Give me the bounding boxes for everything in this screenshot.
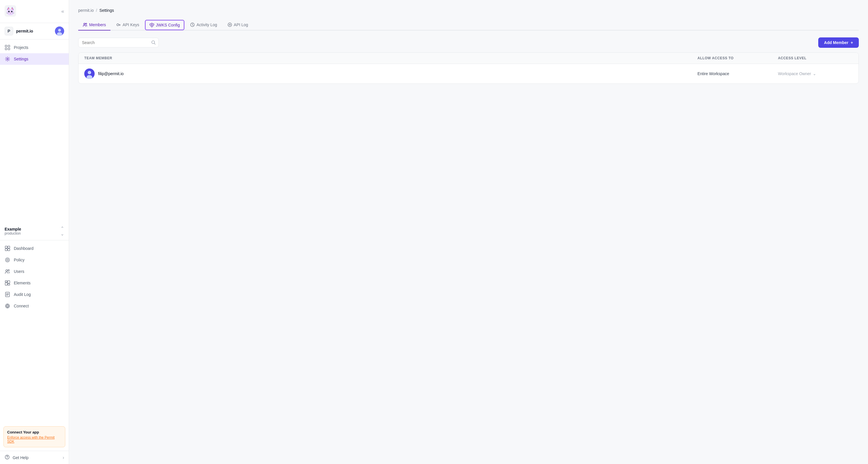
svg-point-43 bbox=[86, 23, 87, 25]
sidebar-header: « bbox=[0, 0, 69, 23]
svg-rect-33 bbox=[8, 281, 10, 283]
add-member-plus-icon: + bbox=[851, 40, 853, 45]
add-member-label: Add Member bbox=[824, 40, 848, 45]
sidebar-item-projects-label: Projects bbox=[14, 45, 29, 50]
svg-point-28 bbox=[7, 259, 8, 261]
user-avatar bbox=[55, 27, 64, 36]
svg-point-17 bbox=[57, 32, 62, 36]
users-icon bbox=[5, 268, 10, 274]
get-help-chevron-icon: › bbox=[63, 455, 64, 460]
svg-rect-23 bbox=[5, 246, 7, 248]
api-icon bbox=[227, 23, 232, 27]
sidebar: « P permit.io Projects bbox=[0, 0, 69, 464]
sidebar-item-dashboard-label: Dashboard bbox=[14, 246, 34, 251]
clock-icon bbox=[190, 23, 195, 27]
sidebar-item-policy-label: Policy bbox=[14, 258, 25, 262]
elements-icon bbox=[5, 280, 10, 286]
svg-rect-18 bbox=[5, 45, 7, 47]
svg-point-42 bbox=[84, 23, 85, 25]
tab-activity-log[interactable]: Activity Log bbox=[186, 20, 222, 30]
connect-card-subtitle[interactable]: Enforce access with the Permit SDK bbox=[7, 435, 62, 443]
svg-point-29 bbox=[6, 270, 7, 271]
tab-members[interactable]: Members bbox=[78, 20, 111, 30]
search-button[interactable] bbox=[151, 40, 156, 45]
jwks-icon bbox=[150, 23, 154, 27]
sidebar-item-elements[interactable]: Elements bbox=[0, 277, 69, 289]
search-wrapper bbox=[78, 38, 159, 48]
svg-rect-25 bbox=[5, 249, 7, 251]
tab-jwks-config-label: JWKS Config bbox=[156, 23, 180, 27]
svg-point-30 bbox=[8, 269, 9, 271]
members-table: TEAM MEMBER ALLOW ACCESS TO ACCESS LEVEL… bbox=[78, 52, 859, 84]
key-icon bbox=[116, 23, 121, 27]
help-icon bbox=[5, 455, 10, 461]
env-chevron-icon[interactable]: ⌃⌄ bbox=[60, 226, 64, 237]
get-help-section[interactable]: Get Help › bbox=[0, 451, 69, 464]
svg-point-5 bbox=[7, 9, 14, 15]
col-allow-access: ALLOW ACCESS TO bbox=[698, 56, 778, 60]
breadcrumb-current: Settings bbox=[99, 8, 114, 13]
svg-point-8 bbox=[9, 11, 9, 11]
env-label: Example bbox=[5, 227, 21, 231]
sidebar-item-audit-log[interactable]: Audit Log bbox=[0, 289, 69, 300]
svg-rect-34 bbox=[8, 284, 10, 285]
access-level-text: Workspace Owner bbox=[778, 71, 811, 76]
policy-icon bbox=[5, 257, 10, 263]
people-icon bbox=[83, 23, 87, 27]
svg-point-41 bbox=[7, 458, 7, 459]
dashboard-icon bbox=[5, 245, 10, 251]
svg-rect-21 bbox=[8, 48, 10, 50]
member-cell: filip@permit.io bbox=[84, 68, 698, 79]
table-header: TEAM MEMBER ALLOW ACCESS TO ACCESS LEVEL bbox=[79, 53, 859, 64]
svg-rect-24 bbox=[8, 246, 10, 248]
tab-api-log[interactable]: API Log bbox=[223, 20, 253, 30]
svg-point-6 bbox=[8, 11, 10, 12]
connect-card-title: Connect Your app bbox=[7, 430, 62, 434]
add-member-button[interactable]: Add Member + bbox=[818, 37, 859, 48]
tab-members-label: Members bbox=[89, 23, 106, 27]
env-sublabel: production bbox=[5, 231, 21, 235]
app-logo bbox=[5, 5, 16, 18]
svg-point-27 bbox=[5, 258, 9, 262]
workspace-row[interactable]: P permit.io bbox=[0, 23, 69, 39]
avatar bbox=[84, 68, 95, 79]
col-access-level: ACCESS LEVEL bbox=[778, 56, 853, 60]
breadcrumb-link[interactable]: permit.io bbox=[78, 8, 94, 13]
sidebar-item-settings-label: Settings bbox=[14, 57, 29, 61]
access-level-cell[interactable]: Workspace Owner ⌄ bbox=[778, 71, 853, 76]
gear-icon bbox=[5, 56, 10, 62]
svg-rect-19 bbox=[8, 45, 10, 47]
tab-activity-log-label: Activity Log bbox=[196, 23, 217, 27]
sidebar-item-settings[interactable]: Settings bbox=[0, 53, 69, 65]
svg-point-9 bbox=[12, 11, 12, 11]
settings-tabs: Members API Keys JWKS Config bbox=[78, 20, 859, 30]
collapse-button[interactable]: « bbox=[61, 8, 64, 14]
sidebar-item-dashboard[interactable]: Dashboard bbox=[0, 243, 69, 254]
workspace-letter: P bbox=[5, 27, 13, 35]
toolbar: Add Member + bbox=[78, 37, 859, 48]
sidebar-item-connect[interactable]: Connect bbox=[0, 300, 69, 312]
tab-jwks-config[interactable]: JWKS Config bbox=[145, 20, 184, 30]
sidebar-item-users[interactable]: Users bbox=[0, 266, 69, 277]
col-team-member: TEAM MEMBER bbox=[84, 56, 698, 60]
top-nav: Projects Settings bbox=[0, 39, 69, 222]
svg-rect-26 bbox=[8, 249, 10, 251]
svg-point-47 bbox=[228, 23, 231, 27]
sidebar-item-policy[interactable]: Policy bbox=[0, 254, 69, 266]
main-content: permit.io / Settings Members bbox=[69, 0, 868, 464]
workspace-name: permit.io bbox=[16, 29, 52, 33]
connect-card: Connect Your app Enforce access with the… bbox=[3, 426, 65, 447]
svg-rect-32 bbox=[5, 283, 7, 285]
breadcrumb-separator: / bbox=[96, 8, 97, 13]
svg-point-16 bbox=[58, 29, 61, 32]
svg-point-7 bbox=[11, 11, 13, 12]
grid-icon bbox=[5, 45, 10, 50]
tab-api-keys[interactable]: API Keys bbox=[112, 20, 144, 30]
sidebar-item-projects[interactable]: Projects bbox=[0, 42, 69, 53]
get-help-label: Get Help bbox=[13, 455, 29, 460]
connect-icon bbox=[5, 303, 10, 309]
search-input[interactable] bbox=[78, 38, 159, 48]
tab-api-keys-label: API Keys bbox=[123, 23, 139, 27]
sidebar-item-users-label: Users bbox=[14, 269, 25, 274]
table-row: filip@permit.io Entire Workspace Workspa… bbox=[79, 64, 859, 84]
